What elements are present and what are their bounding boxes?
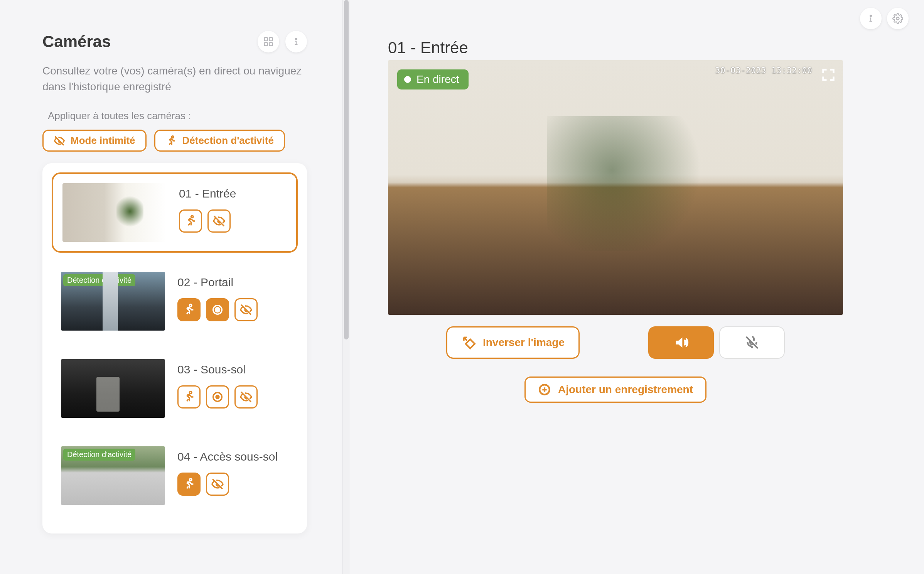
motion-detection-toggle[interactable] (177, 385, 201, 409)
camera-status-icons (177, 298, 288, 321)
sidebar: Caméras Consultez votre (vos) caméra(s) … (0, 0, 349, 574)
live-label: En direct (416, 73, 459, 86)
running-icon (182, 390, 196, 403)
grid-icon (263, 36, 274, 47)
svg-point-7 (189, 304, 192, 307)
svg-rect-16 (465, 339, 475, 349)
camera-status-icons (179, 209, 287, 233)
running-icon (182, 478, 196, 491)
bulk-apply-label: Appliquer à toutes les caméras : (42, 110, 307, 122)
camera-item-03[interactable]: 03 - Sous-sol (52, 350, 298, 427)
running-icon (182, 303, 196, 316)
eye-off-icon (212, 214, 226, 228)
fullscreen-button[interactable] (821, 68, 835, 82)
scrollbar-thumb[interactable] (344, 0, 349, 339)
svg-point-10 (189, 392, 192, 394)
svg-point-13 (189, 479, 192, 481)
camera-meta: 04 - Accès sous-sol (177, 446, 288, 496)
svg-point-14 (870, 15, 872, 17)
activity-detection-button[interactable]: Détection d'activité (154, 130, 285, 152)
running-icon (165, 135, 177, 147)
info-button[interactable] (285, 31, 307, 52)
add-recording-row: Ajouter un enregistrement (388, 376, 843, 403)
camera-item-01[interactable]: 01 - Entrée (52, 172, 298, 253)
info-icon (865, 13, 876, 24)
audio-button[interactable] (648, 326, 714, 359)
live-badge: En direct (397, 69, 469, 89)
sidebar-header: Caméras (42, 31, 307, 52)
camera-name: 03 - Sous-sol (177, 363, 288, 376)
flip-image-button[interactable]: Inverser l'image (446, 326, 580, 359)
grid-view-button[interactable] (258, 31, 279, 52)
eye-off-icon (211, 478, 224, 491)
svg-point-12 (215, 395, 219, 399)
settings-button[interactable] (887, 8, 909, 29)
record-icon (211, 390, 224, 403)
live-video[interactable]: En direct 30-03-2023 13:32:00 (388, 60, 843, 315)
recording-toggle[interactable] (206, 385, 229, 409)
speaker-icon (673, 335, 689, 350)
info-icon (291, 36, 302, 47)
svg-point-15 (897, 17, 899, 20)
video-controls: Inverser l'image (388, 326, 843, 359)
sidebar-subtitle: Consultez votre (vos) caméra(s) en direc… (42, 63, 307, 95)
sidebar-header-icons (258, 31, 307, 52)
live-dot-icon (404, 76, 411, 83)
mic-mute-button[interactable] (719, 326, 785, 359)
camera-item-04[interactable]: Détection d'activité 04 - Accès sous-sol (52, 437, 298, 514)
camera-meta: 03 - Sous-sol (177, 359, 288, 409)
camera-thumbnail (62, 183, 167, 242)
video-timestamp: 30-03-2023 13:32:00 (715, 66, 812, 75)
add-recording-label: Ajouter un enregistrement (558, 383, 693, 396)
main-panel: 01 - Entrée En direct 30-03-2023 13:32:0… (349, 0, 924, 574)
privacy-toggle[interactable] (234, 385, 258, 409)
svg-point-6 (191, 216, 193, 218)
privacy-toggle[interactable] (207, 209, 231, 233)
flip-icon (461, 335, 477, 350)
recording-toggle[interactable] (206, 298, 229, 321)
camera-status-icons (177, 473, 288, 496)
privacy-mode-button[interactable]: Mode intimité (42, 130, 147, 152)
svg-point-9 (215, 308, 219, 312)
info-button[interactable] (860, 8, 882, 29)
motion-detection-toggle[interactable] (177, 298, 201, 321)
svg-rect-0 (265, 38, 268, 41)
activity-detection-label: Détection d'activité (182, 135, 274, 147)
eye-off-icon (239, 390, 253, 403)
detection-badge: Détection d'activité (63, 449, 135, 461)
bulk-apply-buttons: Mode intimité Détection d'activité (42, 130, 307, 152)
sidebar-scrollbar[interactable] (342, 0, 349, 574)
svg-rect-1 (269, 38, 272, 41)
gear-icon (892, 13, 903, 24)
fullscreen-icon (821, 68, 835, 82)
camera-item-02[interactable]: Détection d'activité 02 - Portail (52, 263, 298, 340)
camera-name: 02 - Portail (177, 276, 288, 289)
add-recording-button[interactable]: Ajouter un enregistrement (524, 376, 706, 403)
flip-image-label: Inverser l'image (483, 336, 565, 349)
privacy-toggle[interactable] (206, 473, 229, 496)
main-header-icons (860, 8, 909, 29)
privacy-toggle[interactable] (234, 298, 258, 321)
selected-camera-title: 01 - Entrée (388, 39, 901, 57)
plus-circle-icon (538, 383, 551, 396)
detection-badge: Détection d'activité (63, 274, 135, 286)
eye-off-icon (239, 303, 253, 316)
camera-thumbnail (61, 359, 165, 418)
camera-meta: 01 - Entrée (179, 183, 287, 233)
motion-detection-toggle[interactable] (179, 209, 202, 233)
svg-rect-3 (269, 42, 272, 46)
camera-thumbnail: Détection d'activité (61, 446, 165, 505)
svg-point-5 (172, 136, 174, 138)
camera-name: 04 - Accès sous-sol (177, 450, 288, 463)
camera-status-icons (177, 385, 288, 409)
mic-off-icon (744, 335, 760, 350)
privacy-mode-label: Mode intimité (71, 135, 135, 147)
page-title: Caméras (42, 32, 111, 51)
running-icon (184, 214, 197, 228)
camera-list: 01 - Entrée Détection d'activité 02 - Po… (42, 163, 307, 533)
eye-off-icon (54, 135, 65, 147)
record-icon (211, 303, 224, 316)
camera-thumbnail: Détection d'activité (61, 272, 165, 331)
motion-detection-toggle[interactable] (177, 473, 201, 496)
svg-point-4 (295, 38, 297, 40)
